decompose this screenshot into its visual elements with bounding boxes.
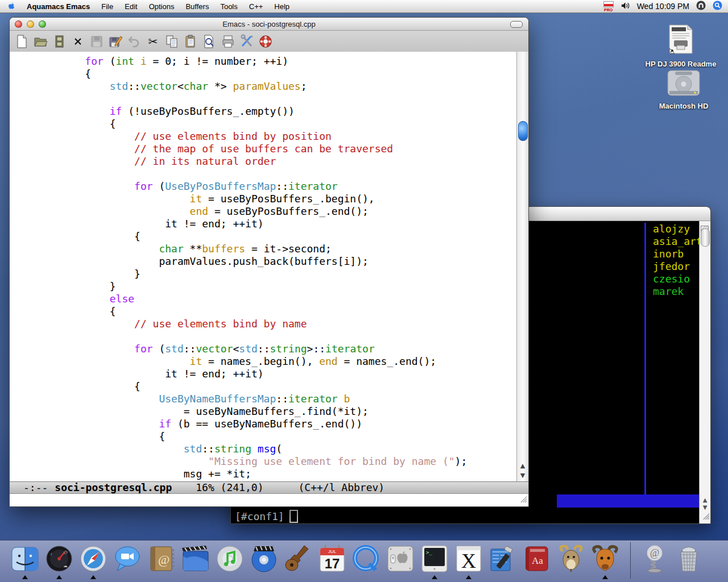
dock-xcode-icon[interactable] [488, 544, 518, 573]
irc-nicklist-separator [644, 223, 646, 494]
menu-bar-clock[interactable]: Wed 10:09 PM [637, 2, 689, 11]
code-line: it = names_.begin(), end = names_.end(); [60, 355, 517, 368]
dock: ♪☁◷@JUL17>_XAa@ [0, 540, 728, 582]
speaker-icon [621, 1, 630, 10]
irc-input-line[interactable]: [#conf1] [235, 510, 298, 523]
code-line: { [60, 305, 517, 318]
code-line: } [60, 280, 517, 293]
dock-dictionary-icon[interactable]: Aa [522, 544, 552, 573]
dock-finder-icon[interactable] [10, 544, 40, 573]
dock-gnu-icon[interactable] [556, 544, 586, 573]
volume-menu[interactable] [621, 1, 630, 12]
menu-file[interactable]: File [96, 2, 119, 11]
desktop-icon-macintosh-hd[interactable]: Macintosh HD [638, 69, 728, 110]
code-line [60, 168, 517, 180]
running-indicator [466, 575, 471, 579]
emacs-buffer-area[interactable]: for (int i = 0; i != number; ++i) { std:… [10, 52, 528, 481]
dock-imovie-icon[interactable] [181, 544, 210, 573]
svg-text:@: @ [158, 552, 169, 567]
desktop-icon-hp-readme[interactable]: HP DJ 3900 Readme [635, 23, 726, 68]
menu-items: FileEditOptionsBuffersToolsC++Help [96, 2, 295, 11]
copy-icon[interactable] [164, 34, 179, 49]
code-line: for (std::vector<std::string>::iterator [60, 343, 517, 355]
terminal-cursor [289, 510, 298, 523]
code-line: if (b == useByNameBuffers_.end()) [60, 418, 517, 430]
dock-itunes-icon[interactable] [215, 544, 245, 573]
code-editor[interactable]: for (int i = 0; i != number; ++i) { std:… [10, 52, 517, 481]
print-icon[interactable] [221, 34, 235, 49]
scroll-up-button[interactable]: ▲ [700, 496, 710, 504]
help-icon[interactable] [258, 34, 273, 49]
polish-flag-icon [603, 1, 614, 7]
code-line: } [60, 268, 517, 280]
code-line: end = useByPosBuffers_.end(); [60, 205, 517, 218]
resize-grip-icon[interactable] [519, 494, 527, 505]
undo-icon[interactable] [127, 34, 142, 49]
preferences-icon[interactable] [239, 34, 254, 49]
arch-menu-extra[interactable] [696, 1, 706, 12]
menu-help[interactable]: Help [268, 2, 295, 11]
dock-safari-icon[interactable] [78, 544, 108, 573]
arch-icon [696, 1, 706, 10]
dock-system-preferences-icon[interactable] [386, 544, 415, 573]
dock-address-book-icon[interactable]: @ [147, 544, 176, 573]
dock-emacs-gnu-icon[interactable] [590, 544, 620, 573]
code-line: std::vector<char *> paramValues; [60, 80, 517, 93]
resize-grip-icon[interactable] [701, 510, 710, 523]
running-indicator [56, 575, 62, 579]
toolbar-toggle-button[interactable] [510, 21, 523, 28]
scrollbar-thumb[interactable] [701, 228, 710, 247]
menu-app-name[interactable]: Aquamacs Emacs [21, 2, 96, 11]
emacs-toolbar: ✂ [10, 31, 528, 52]
dock-ical-icon[interactable]: JUL17 [317, 544, 347, 573]
running-indicator [602, 575, 608, 579]
menu-options[interactable]: Options [143, 2, 180, 11]
modeline-buffer-name: soci-postgresql.cpp [55, 482, 172, 493]
scroll-up-button[interactable]: ▲ [517, 461, 528, 471]
save-as-icon[interactable] [108, 34, 123, 49]
menu-buffers[interactable]: Buffers [180, 2, 214, 11]
dock-ichat-icon[interactable] [113, 544, 142, 573]
input-source-menu[interactable]: PRO [603, 1, 614, 12]
irc-nick-list: alojzyasia_artinorbjfedorczesiomarek [653, 223, 702, 298]
emacs-scrollbar[interactable]: ▲▼ [516, 52, 528, 481]
code-line: else [60, 293, 517, 305]
terminal-scrollbar[interactable]: ▲▼ [699, 221, 710, 523]
menu-edit[interactable]: Edit [119, 2, 143, 11]
scrollbar-thumb[interactable] [518, 121, 528, 141]
emacs-title-bar[interactable]: Emacs - soci-postgresql.cpp [10, 18, 528, 31]
printer-readme-icon [665, 48, 697, 57]
emacs-window[interactable]: Emacs - soci-postgresql.cpp ✂ for (int i… [9, 17, 529, 507]
open-folder-icon[interactable] [33, 34, 48, 49]
menu-c-[interactable]: C++ [243, 2, 269, 11]
spotlight-menu[interactable] [713, 1, 722, 12]
code-line: { [60, 118, 517, 130]
code-line: { [60, 430, 517, 443]
menu-tools[interactable]: Tools [214, 2, 243, 11]
emacs-echo-area[interactable] [10, 494, 528, 506]
window-title: Emacs - soci-postgresql.cpp [10, 20, 528, 28]
code-line: // use elements bind by name [60, 318, 517, 330]
paste-icon[interactable] [183, 34, 198, 49]
dock-x11-icon[interactable]: X [454, 544, 483, 573]
save-icon[interactable] [89, 34, 104, 49]
dock-quicktime-icon[interactable] [351, 544, 381, 573]
dock-at-spring-icon[interactable]: @ [640, 544, 669, 573]
modeline-state: -:-- [23, 482, 48, 493]
desktop-icon-label: HP DJ 3900 Readme [635, 60, 726, 68]
desktop: HP DJ 3900 Readme Macintosh HD alojzyasi… [0, 0, 728, 582]
apple-menu[interactable] [0, 2, 21, 11]
cut-icon[interactable]: ✂ [146, 34, 160, 49]
svg-text:@: @ [650, 547, 660, 559]
dock-idvd-icon[interactable] [249, 544, 279, 573]
new-file-icon[interactable] [14, 34, 29, 49]
dock-terminal-icon[interactable]: >_ [420, 544, 449, 573]
search-icon[interactable] [202, 34, 217, 49]
scroll-down-button[interactable]: ▼ [517, 471, 528, 480]
dock-dashboard-icon[interactable]: ♪☁◷ [44, 544, 74, 573]
dock-garageband-icon[interactable] [283, 544, 313, 573]
code-line: for (UseByPosBuffersMap::iterator [60, 180, 517, 193]
kill-buffer-icon[interactable] [71, 34, 85, 49]
dired-icon[interactable] [52, 34, 67, 49]
dock-trash-icon[interactable] [674, 544, 704, 573]
